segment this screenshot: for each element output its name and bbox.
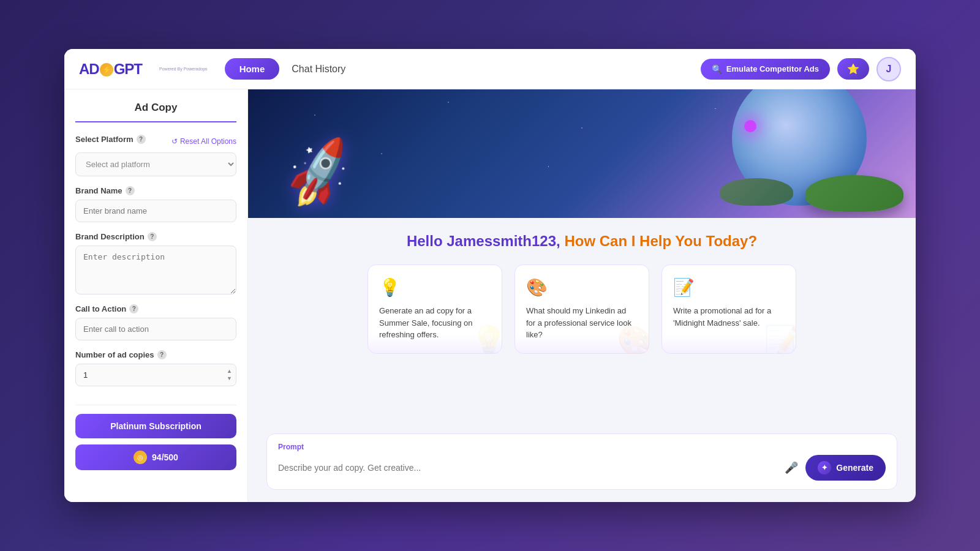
num-copies-stepper: ▲ ▼: [75, 364, 236, 386]
num-copies-up-arrow[interactable]: ▲: [227, 368, 232, 375]
greeting-name: Hello Jamessmith123,: [407, 233, 560, 249]
cta-label: Call to Action ?: [75, 304, 236, 313]
generate-icon: ✦: [818, 461, 831, 474]
home-button[interactable]: Home: [225, 58, 280, 80]
brand-desc-textarea[interactable]: [75, 246, 236, 294]
num-copies-label: Number of ad copies ?: [75, 350, 236, 359]
card-2-text: What should my Linkedin ad for a profess…: [526, 306, 631, 339]
header-right: 🔍 Emulate Competitor Ads ⭐ J: [701, 57, 901, 81]
divider: [75, 405, 236, 405]
mic-icon[interactable]: 🎤: [785, 461, 798, 474]
glow-orb-decoration: [744, 120, 756, 132]
user-avatar[interactable]: J: [876, 57, 901, 81]
prompt-input-row: 🎤 ✦ Generate: [278, 455, 886, 481]
prompt-input[interactable]: [278, 463, 777, 473]
num-copies-info-icon[interactable]: ?: [157, 350, 167, 359]
prompt-area: Prompt 🎤 ✦ Generate: [266, 433, 897, 490]
num-copies-arrows: ▲ ▼: [223, 368, 236, 382]
cta-info-icon[interactable]: ?: [129, 304, 138, 313]
app-window: AD⚡GPT Powered By Poweradops Home Chat H…: [64, 49, 916, 502]
card-2-decoration: 🎨: [617, 324, 649, 354]
greeting-question: How Can I Help You Today?: [564, 233, 757, 249]
coin-icon: ⭐: [847, 63, 859, 75]
prompt-label: Prompt: [278, 443, 886, 451]
logo-tagline: Powered By Poweradops: [159, 67, 208, 71]
suggestion-card-1[interactable]: 💡 Generate an ad copy for a Summer Sale,…: [368, 264, 502, 354]
logo: AD⚡GPT: [79, 61, 142, 78]
greeting: Hello Jamessmith123, How Can I Help You …: [266, 233, 897, 250]
logo-o-icon: ⚡: [100, 63, 113, 77]
chat-history-button[interactable]: Chat History: [292, 64, 345, 75]
banner-area: 🚀: [248, 89, 916, 218]
card-1-text: Generate an ad copy for a Summer Sale, f…: [379, 306, 472, 339]
cta-input[interactable]: [75, 318, 236, 340]
left-panel: Ad Copy Select Platform ? ↺ Reset All Op…: [64, 89, 248, 502]
emulate-icon: 🔍: [712, 64, 722, 74]
card-2-icon: 🎨: [526, 277, 638, 298]
emulate-competitor-ads-button[interactable]: 🔍 Emulate Competitor Ads: [701, 59, 830, 80]
card-3-icon: 📝: [673, 277, 785, 298]
suggestion-card-2[interactable]: 🎨 What should my Linkedin ad for a profe…: [514, 264, 649, 354]
coin-button[interactable]: ⭐: [837, 58, 869, 80]
brand-desc-info-icon[interactable]: ?: [148, 232, 157, 241]
platform-select[interactable]: Select ad platform Google Ads Facebook A…: [75, 152, 236, 176]
floating-island-decoration: [805, 175, 903, 212]
num-copies-input[interactable]: [76, 364, 223, 386]
subscription-button[interactable]: Platinum Subscription: [75, 414, 236, 438]
reset-all-options-button[interactable]: ↺ Reset All Options: [172, 137, 236, 146]
brand-name-input[interactable]: [75, 200, 236, 222]
cards-row: 💡 Generate an ad copy for a Summer Sale,…: [266, 264, 897, 354]
card-3-decoration: 📝: [764, 324, 796, 354]
logo-text: AD⚡GPT: [79, 61, 142, 78]
banner-scene: 🚀: [248, 89, 916, 218]
select-platform-label: Select Platform ?: [75, 135, 146, 144]
card-3-text: Write a promotional ad for a 'Midnight M…: [673, 306, 771, 328]
card-1-decoration: 💡: [470, 324, 502, 354]
main-layout: Ad Copy Select Platform ? ↺ Reset All Op…: [64, 89, 916, 502]
floating-island2-decoration: [720, 178, 793, 206]
content-area: Hello Jamessmith123, How Can I Help You …: [248, 218, 916, 433]
brand-name-label: Brand Name ?: [75, 186, 236, 195]
credits-coin-icon: ◎: [134, 451, 147, 464]
panel-title: Ad Copy: [75, 102, 236, 122]
select-platform-row: Select Platform ? ↺ Reset All Options: [75, 135, 236, 148]
right-content: 🚀 Hello Jamessmith123, How Can I Help Yo…: [248, 89, 916, 502]
card-1-icon: 💡: [379, 277, 491, 298]
credits-row: ◎ 94/500: [75, 444, 236, 470]
brand-name-info-icon[interactable]: ?: [126, 186, 135, 195]
suggestion-card-3[interactable]: 📝 Write a promotional ad for a 'Midnight…: [662, 264, 796, 354]
credits-display: 94/500: [152, 452, 178, 462]
select-platform-info-icon[interactable]: ?: [137, 135, 146, 144]
reset-icon: ↺: [172, 137, 178, 146]
header: AD⚡GPT Powered By Poweradops Home Chat H…: [64, 49, 916, 89]
brand-desc-label: Brand Description ?: [75, 232, 236, 241]
num-copies-down-arrow[interactable]: ▼: [227, 375, 232, 383]
generate-button[interactable]: ✦ Generate: [805, 455, 886, 481]
